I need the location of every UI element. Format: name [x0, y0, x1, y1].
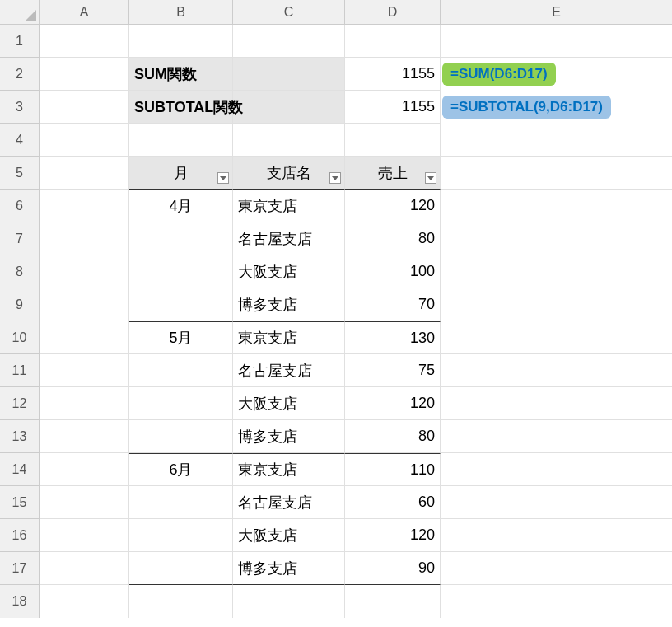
cell-e1[interactable]	[441, 25, 672, 58]
cell-d1[interactable]	[345, 25, 441, 58]
cell-e16[interactable]	[441, 519, 672, 552]
row-header-18[interactable]: 18	[0, 585, 40, 618]
cell-b10-month[interactable]: 5月	[129, 321, 233, 354]
cell-a15[interactable]	[40, 486, 129, 519]
cell-d8-sales[interactable]: 100	[345, 255, 441, 288]
col-header-c[interactable]: C	[233, 0, 345, 25]
cell-a12[interactable]	[40, 387, 129, 420]
cell-c18[interactable]	[233, 585, 345, 618]
cell-d6-sales[interactable]: 120	[345, 190, 441, 222]
cell-c7-branch[interactable]: 名古屋支店	[233, 222, 345, 255]
cell-c12-branch[interactable]: 大阪支店	[233, 387, 345, 420]
cell-e12[interactable]	[441, 387, 672, 420]
spreadsheet-grid[interactable]: A B C D E 1 2 SUM関数 1155 =SUM(D6:D17) 3 …	[0, 0, 672, 618]
row-header-6[interactable]: 6	[0, 190, 40, 222]
cell-e6[interactable]	[441, 190, 672, 222]
filter-dropdown-icon[interactable]	[217, 172, 229, 184]
cell-b15-month[interactable]	[129, 486, 233, 519]
row-header-10[interactable]: 10	[0, 321, 40, 354]
cell-c15-branch[interactable]: 名古屋支店	[233, 486, 345, 519]
row-header-11[interactable]: 11	[0, 354, 40, 387]
row-header-2[interactable]: 2	[0, 58, 40, 91]
cell-c10-branch[interactable]: 東京支店	[233, 321, 345, 354]
col-header-d[interactable]: D	[345, 0, 441, 25]
cell-c11-branch[interactable]: 名古屋支店	[233, 354, 345, 387]
col-header-a[interactable]: A	[40, 0, 129, 25]
cell-a6[interactable]	[40, 190, 129, 222]
cell-c1[interactable]	[233, 25, 345, 58]
cell-a1[interactable]	[40, 25, 129, 58]
cell-a5[interactable]	[40, 157, 129, 190]
row-header-15[interactable]: 15	[0, 486, 40, 519]
col-header-e[interactable]: E	[441, 0, 672, 25]
cell-b9-month[interactable]	[129, 288, 233, 321]
cell-d2-sum-value[interactable]: 1155	[345, 58, 441, 91]
cell-a4[interactable]	[40, 124, 129, 157]
cell-b11-month[interactable]	[129, 354, 233, 387]
cell-a16[interactable]	[40, 519, 129, 552]
cell-a3[interactable]	[40, 91, 129, 124]
cell-c16-branch[interactable]: 大阪支店	[233, 519, 345, 552]
cell-e17[interactable]	[441, 552, 672, 585]
cell-a17[interactable]	[40, 552, 129, 585]
cell-e2[interactable]: =SUM(D6:D17)	[441, 58, 672, 91]
cell-c14-branch[interactable]: 東京支店	[233, 453, 345, 486]
row-header-14[interactable]: 14	[0, 453, 40, 486]
cell-e14[interactable]	[441, 453, 672, 486]
cell-d7-sales[interactable]: 80	[345, 222, 441, 255]
cell-b17-month[interactable]	[129, 552, 233, 585]
cell-d14-sales[interactable]: 110	[345, 453, 441, 486]
cell-b8-month[interactable]	[129, 255, 233, 288]
cell-a14[interactable]	[40, 453, 129, 486]
cell-a2[interactable]	[40, 58, 129, 91]
cell-c2[interactable]	[233, 58, 345, 91]
cell-d13-sales[interactable]: 80	[345, 420, 441, 453]
cell-e10[interactable]	[441, 321, 672, 354]
cell-c13-branch[interactable]: 博多支店	[233, 420, 345, 453]
cell-e15[interactable]	[441, 486, 672, 519]
table-header-branch[interactable]: 支店名	[233, 157, 345, 190]
cell-d11-sales[interactable]: 75	[345, 354, 441, 387]
cell-c9-branch[interactable]: 博多支店	[233, 288, 345, 321]
cell-e5[interactable]	[441, 157, 672, 190]
row-header-7[interactable]: 7	[0, 222, 40, 255]
cell-a10[interactable]	[40, 321, 129, 354]
select-all-corner[interactable]	[0, 0, 40, 25]
cell-e18[interactable]	[441, 585, 672, 618]
cell-d16-sales[interactable]: 120	[345, 519, 441, 552]
filter-dropdown-icon[interactable]	[329, 172, 341, 184]
cell-b3-subtotal-label[interactable]: SUBTOTAL関数	[129, 91, 233, 124]
cell-d4[interactable]	[345, 124, 441, 157]
row-header-17[interactable]: 17	[0, 552, 40, 585]
cell-a18[interactable]	[40, 585, 129, 618]
cell-e4[interactable]	[441, 124, 672, 157]
cell-e13[interactable]	[441, 420, 672, 453]
cell-b4[interactable]	[129, 124, 233, 157]
cell-a13[interactable]	[40, 420, 129, 453]
cell-d12-sales[interactable]: 120	[345, 387, 441, 420]
row-header-9[interactable]: 9	[0, 288, 40, 321]
cell-b1[interactable]	[129, 25, 233, 58]
cell-e8[interactable]	[441, 255, 672, 288]
row-header-12[interactable]: 12	[0, 387, 40, 420]
cell-d10-sales[interactable]: 130	[345, 321, 441, 354]
row-header-8[interactable]: 8	[0, 255, 40, 288]
cell-b7-month[interactable]	[129, 222, 233, 255]
cell-c4[interactable]	[233, 124, 345, 157]
row-header-1[interactable]: 1	[0, 25, 40, 58]
cell-d17-sales[interactable]: 90	[345, 552, 441, 585]
cell-e9[interactable]	[441, 288, 672, 321]
cell-d3-subtotal-value[interactable]: 1155	[345, 91, 441, 124]
cell-b2-sum-label[interactable]: SUM関数	[129, 58, 233, 91]
table-header-sales[interactable]: 売上	[345, 157, 441, 190]
row-header-13[interactable]: 13	[0, 420, 40, 453]
cell-d9-sales[interactable]: 70	[345, 288, 441, 321]
cell-b14-month[interactable]: 6月	[129, 453, 233, 486]
filter-dropdown-icon[interactable]	[425, 172, 436, 184]
cell-b16-month[interactable]	[129, 519, 233, 552]
cell-a7[interactable]	[40, 222, 129, 255]
cell-b18[interactable]	[129, 585, 233, 618]
cell-c8-branch[interactable]: 大阪支店	[233, 255, 345, 288]
cell-e11[interactable]	[441, 354, 672, 387]
row-header-5[interactable]: 5	[0, 157, 40, 190]
